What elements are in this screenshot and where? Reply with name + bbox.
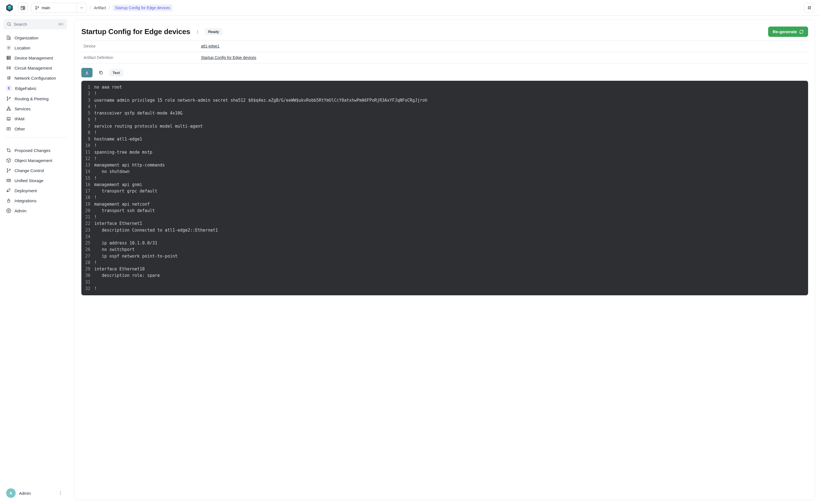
info-artifact-value[interactable]: Startup Config for Edge devices [201,55,806,60]
sidebar-item-network-configuration[interactable]: Network Configuration [3,73,67,83]
svg-rect-41 [7,179,11,182]
line-content: spanning-tree mode mstp [94,149,157,156]
sidebar-item-object-management[interactable]: Object Management [3,155,67,165]
download-button[interactable] [81,68,92,77]
app-logo[interactable] [4,3,15,13]
title-menu-button[interactable] [194,28,201,36]
deployment-icon [6,188,11,193]
line-content: no switchport [94,246,139,253]
sidebar-item-label: Services [15,106,31,111]
user-menu-button[interactable] [56,489,64,497]
organization-icon [6,35,11,40]
sidebar-item-circuit-management[interactable]: Circuit Management [3,63,67,73]
sidebar-item-ipam[interactable]: IPAM [3,114,67,124]
code-line: 9hostname atl1-edge1 [81,136,808,142]
svg-rect-13 [7,36,9,40]
line-number: 21 [81,214,94,220]
line-content: ! [94,260,101,266]
line-number: 17 [81,188,94,194]
code-line: 7service routing protocols model multi-a… [81,123,808,130]
line-number: 25 [81,240,94,246]
code-line: 28! [81,260,808,266]
breadcrumb-current[interactable]: Startup Config for Edge devices [113,4,172,11]
line-number: 13 [81,162,94,168]
text-badge: Text [109,69,123,77]
sidebar-item-label: Organization [15,35,38,40]
download-icon [85,70,89,75]
apps-button[interactable] [804,3,815,13]
status-badge: Ready [205,28,222,35]
sidebar-item-organization[interactable]: Organization [3,33,67,43]
line-number: 15 [81,175,94,182]
dots-vertical-icon [195,30,200,34]
user-row[interactable]: A Admin [3,486,67,501]
svg-point-46 [197,30,198,31]
svg-point-7 [38,6,39,7]
info-device-value[interactable]: atl1-edge1 [201,44,806,48]
other-icon [6,126,11,131]
line-content: ! [94,175,101,182]
sidebar-item-edgefabric[interactable]: EEdgeFabric [3,83,67,94]
code-line: 18! [81,194,808,201]
line-number: 16 [81,182,94,188]
line-content: transceiver qsfp default-mode 4x10G [94,110,187,117]
sidebar-item-admin[interactable]: Admin [3,206,67,216]
calendar-button[interactable] [18,3,28,13]
line-number: 30 [81,272,94,279]
line-content: ! [94,214,101,220]
code-line: 10! [81,142,808,149]
sidebar-item-label: Device Management [15,56,53,60]
code-line: 31 [81,279,808,286]
svg-point-26 [9,77,10,77]
line-number: 19 [81,201,94,208]
svg-rect-10 [808,8,809,9]
sidebar-item-deployment[interactable]: Deployment [3,186,67,196]
line-content: no shutdown [94,168,134,175]
svg-point-8 [808,6,809,7]
sidebar-item-change-control[interactable]: Change Control [3,165,67,175]
svg-point-37 [9,151,10,152]
user-name: Admin [19,491,53,496]
avatar: A [6,488,16,498]
sidebar-item-unified-storage[interactable]: Unified Storage [3,175,67,186]
line-content: management api http-commands [94,162,169,168]
regenerate-button[interactable]: Re-generate [768,27,808,37]
code-line: 8! [81,130,808,136]
routing-peering-icon [6,96,11,101]
breadcrumb-artifact[interactable]: Artifact [94,6,106,10]
code-line: 4! [81,104,808,110]
line-number: 14 [81,168,94,175]
object-management-icon [6,158,11,163]
sidebar-item-services[interactable]: Services [3,104,67,114]
line-content: ip address 10.1.0.0/31 [94,240,162,246]
sidebar-item-proposed-changes[interactable]: Proposed Changes [3,145,67,155]
line-number: 32 [81,286,94,292]
sidebar-item-location[interactable]: Location [3,43,67,53]
sidebar-item-integrations[interactable]: Integrations [3,196,67,206]
code-line: 24 [81,234,808,240]
svg-point-5 [36,6,37,7]
copy-button[interactable] [95,68,106,77]
code-line: 3username admin privilege 15 role networ… [81,97,808,104]
svg-point-36 [7,149,8,149]
code-line: 22interface Ethernet1 [81,220,808,227]
line-content: hostname atl1-edge1 [94,136,147,142]
edgefabric-icon: E [6,85,12,91]
code-line: 2! [81,91,808,97]
search-input[interactable]: Search ⌘K [3,19,67,29]
sidebar-item-label: Routing & Peering [15,96,49,101]
line-content: transport grpc default [94,188,162,194]
code-line: 13management api http-commands [81,162,808,168]
svg-rect-33 [9,110,11,111]
branch-chevron[interactable] [76,3,86,13]
svg-point-24 [10,67,11,68]
sidebar-item-device-management[interactable]: Device Management [3,53,67,63]
line-number: 10 [81,142,94,149]
topbar: main / Artifact / Startup Config for Edg… [0,0,819,16]
branch-selector[interactable]: main [31,3,87,13]
line-number: 1 [81,84,94,91]
svg-rect-31 [8,107,9,108]
breadcrumb-sep: / [90,6,91,10]
sidebar-item-other[interactable]: Other [3,124,67,134]
sidebar-item-routing-peering[interactable]: Routing & Peering [3,94,67,104]
